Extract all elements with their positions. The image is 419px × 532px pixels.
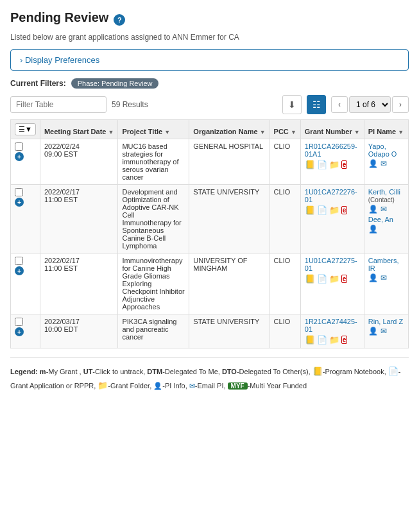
row3-grant-icons: 📒 📄 📁 e <box>305 274 360 284</box>
table-row: + 2022/02/1711:00 EST Development and Op… <box>11 185 409 253</box>
row1-project-title: MUC16 based strategies for immunotherapy… <box>118 139 189 185</box>
row2-pi2-info-icon[interactable]: 👤 <box>368 225 378 234</box>
row2-folder-icon[interactable]: 📁 <box>329 205 339 215</box>
col-grant-header: Grant Number ▼ <box>300 120 364 139</box>
toolbar: 59 Results ⬇ ☷ ‹ 1 of 6 2 of 6 3 of 6 4 … <box>10 95 409 114</box>
help-icon[interactable]: ? <box>114 14 125 26</box>
row2-checkbox[interactable] <box>15 188 23 196</box>
row3-email-pi-icon[interactable]: ✉ <box>381 273 387 282</box>
meeting-sort-icon[interactable]: ▼ <box>108 129 114 135</box>
row2-project-title: Development and Optimization of Adoptive… <box>118 185 189 253</box>
row4-pi-name[interactable]: Rin, Lard Z <box>368 318 403 325</box>
col-meeting-header: Meeting Start Date ▼ <box>40 120 118 139</box>
row3-pi: Cambers, IR 👤 ✉ <box>364 253 408 314</box>
row4-email-pi-icon[interactable]: ✉ <box>381 327 387 336</box>
row4-add-button[interactable]: + <box>15 327 24 336</box>
row3-checkbox[interactable] <box>15 257 23 265</box>
table-row: + 2022/03/1710:00 EDT PIK3CA signaling a… <box>11 314 409 348</box>
row4-meeting-date: 2022/03/1710:00 EDT <box>40 314 118 348</box>
row2-pi-contact: (Contact) <box>368 196 395 203</box>
row4-checkbox[interactable] <box>15 318 23 326</box>
row1-grant-icons: 📒 📄 📁 e <box>305 160 360 169</box>
pcc-sort-icon[interactable]: ▼ <box>291 129 296 135</box>
filter-badge[interactable]: Phase: Pending Review <box>71 78 159 89</box>
row1-pi-info-icon[interactable]: 👤 <box>368 159 378 168</box>
col-pi-header: PI Name ▼ <box>364 120 408 139</box>
page-title: Pending Review <box>10 10 108 25</box>
row2-pi-info-icon[interactable]: 👤 <box>368 205 378 214</box>
row2-eapp-icon[interactable]: e <box>341 206 348 214</box>
row3-eapp-icon[interactable]: e <box>341 275 348 283</box>
row3-pi-name[interactable]: Cambers, IR <box>368 257 399 272</box>
row4-notebook-icon[interactable]: 📒 <box>305 335 315 345</box>
grid-view-button[interactable]: ☷ <box>307 95 326 114</box>
col-menu-header: ☰▼ <box>11 120 40 139</box>
row3-pdf-icon[interactable]: 📄 <box>317 274 327 284</box>
row2-pi-icons: 👤 ✉ <box>368 205 404 214</box>
page-select[interactable]: 1 of 6 2 of 6 3 of 6 4 of 6 5 of 6 6 of … <box>349 96 391 113</box>
filter-input[interactable] <box>10 96 107 113</box>
row2-email-pi-icon[interactable]: ✉ <box>381 205 387 214</box>
row4-grant-link[interactable]: 1R21CA274425-01 <box>305 318 360 333</box>
pi-sort-icon[interactable]: ▼ <box>398 129 404 135</box>
row4-pdf-icon[interactable]: 📄 <box>317 335 327 345</box>
row4-pcc: CLIO <box>269 314 300 348</box>
column-menu-button[interactable]: ☰▼ <box>15 123 36 135</box>
filters-row: Current Filters: Phase: Pending Review <box>10 78 409 89</box>
pcc-header-label: PCC <box>274 128 289 135</box>
row2-pi-name2[interactable]: Dee, An <box>368 216 393 223</box>
results-count: 59 Results <box>112 100 277 109</box>
org-sort-icon[interactable]: ▼ <box>260 129 266 135</box>
download-button[interactable]: ⬇ <box>282 95 302 114</box>
pi-header-label: PI Name <box>368 128 396 135</box>
row1-add-button[interactable]: + <box>15 152 24 161</box>
display-prefs-bar[interactable]: › Display Preferences <box>10 49 409 71</box>
row2-notebook-icon[interactable]: 📒 <box>305 205 315 215</box>
col-pcc-header: PCC ▼ <box>269 120 300 139</box>
project-header-label: Project Title <box>122 128 162 135</box>
row1-email-pi-icon[interactable]: ✉ <box>381 159 387 168</box>
row3-add-button[interactable]: + <box>15 266 24 275</box>
project-sort-icon[interactable]: ▼ <box>164 129 170 135</box>
row1-pi-icons: 👤 ✉ <box>368 159 404 168</box>
row1-checkbox[interactable] <box>15 142 23 151</box>
row1-pi: Yapo, Odapo O 👤 ✉ <box>364 139 408 185</box>
row1-pdf-icon[interactable]: 📄 <box>317 160 327 169</box>
row4-org-name: STATE UNIVERSITY <box>189 314 269 348</box>
row3-notebook-icon[interactable]: 📒 <box>305 274 315 284</box>
row2-check: + <box>11 185 40 253</box>
row1-pcc: CLIO <box>269 139 300 185</box>
row1-eapp-icon[interactable]: e <box>341 160 348 169</box>
grant-sort-icon[interactable]: ▼ <box>354 129 360 135</box>
applications-table: ☰▼ Meeting Start Date ▼ Project Title ▼ … <box>10 119 409 348</box>
table-row: + 2022/02/2409:00 EST MUC16 based strate… <box>11 139 409 185</box>
row2-add-button[interactable]: + <box>15 198 24 207</box>
row4-eapp-icon[interactable]: e <box>341 336 348 344</box>
col-project-header: Project Title ▼ <box>118 120 189 139</box>
row2-grant-link[interactable]: 1U01CA272276-01 <box>305 188 360 203</box>
row2-grant: 1U01CA272276-01 📒 📄 📁 e <box>300 185 364 253</box>
row1-check: + <box>11 139 40 185</box>
row2-pi-name[interactable]: Kerth, Cilli <box>368 188 400 196</box>
row1-notebook-icon[interactable]: 📒 <box>305 160 315 169</box>
meeting-header-label: Meeting Start Date <box>44 128 107 135</box>
row4-folder-icon[interactable]: 📁 <box>329 335 339 345</box>
row1-pi-name[interactable]: Yapo, Odapo O <box>368 142 397 158</box>
row3-meeting-date: 2022/02/1711:00 EST <box>40 253 118 314</box>
grant-header-label: Grant Number <box>305 128 352 135</box>
row4-pi-info-icon[interactable]: 👤 <box>368 327 378 336</box>
row3-project-title: Immunovirotherapy for Canine High Grade … <box>118 253 189 314</box>
next-page-button[interactable]: › <box>392 96 409 113</box>
row3-folder-icon[interactable]: 📁 <box>329 274 339 284</box>
prev-page-button[interactable]: ‹ <box>331 96 348 113</box>
org-header-label: Organization Name <box>193 128 257 135</box>
row3-pi-info-icon[interactable]: 👤 <box>368 273 378 282</box>
display-prefs-label: › Display Preferences <box>20 55 99 65</box>
row3-pcc: CLIO <box>269 253 300 314</box>
row1-org-name: GENERAL HOSPITAL <box>189 139 269 185</box>
row1-grant-link[interactable]: 1R01CA266259-01A1 <box>305 142 360 158</box>
row3-grant-link[interactable]: 1U01CA272275-01 <box>305 257 360 272</box>
row2-pi-icons2: 👤 <box>368 225 404 234</box>
row1-folder-icon[interactable]: 📁 <box>329 160 339 169</box>
row2-pdf-icon[interactable]: 📄 <box>317 205 327 215</box>
